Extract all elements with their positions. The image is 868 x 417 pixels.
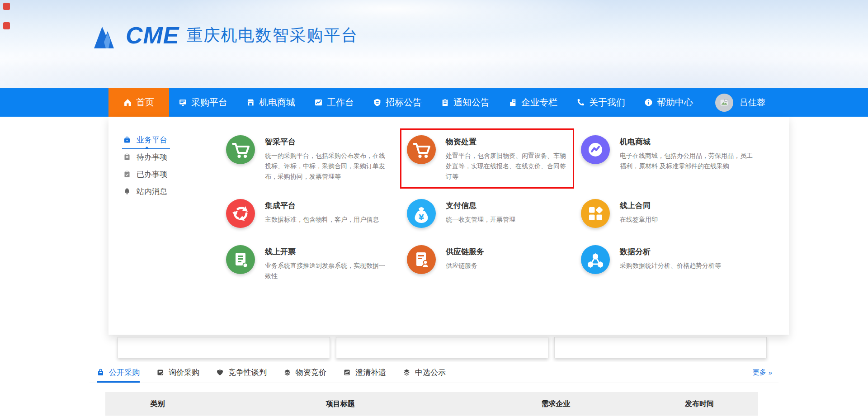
sidebar-item-messages[interactable]: 站内消息 xyxy=(123,186,170,196)
nav-item-home[interactable]: 首页 xyxy=(108,88,169,117)
service-desc: 统一的采购平台，包括采购公布发布，在线投标、评标，中标，采购合同，采购订单发布，… xyxy=(265,151,385,182)
nav-label: 通知公告 xyxy=(453,96,490,109)
tab-winner-announcement[interactable]: 中选公示 xyxy=(403,362,446,383)
sidebar-item-done[interactable]: 已办事项 xyxy=(123,169,170,179)
network-nodes-icon xyxy=(581,245,610,274)
phone-icon xyxy=(576,98,585,107)
user-name: 吕佳蓉 xyxy=(740,97,765,109)
nav-label: 招标公告 xyxy=(386,96,422,109)
workbench-chart-icon xyxy=(314,98,323,107)
nav-item-workbench[interactable]: 工作台 xyxy=(305,88,363,117)
col-publish-time: 发布时间 xyxy=(641,399,758,409)
services-grid: 智采平台 统一的采购平台，包括采购公布发布，在线投标、评标，中标，采购合同，采购… xyxy=(219,128,769,288)
sidebar-item-todo[interactable]: 待办事项 xyxy=(123,152,170,162)
service-desc: 在线签章用印 xyxy=(620,214,756,225)
service-title: 供应链服务 xyxy=(446,246,566,257)
tab-open-procurement[interactable]: 公开采购 xyxy=(97,362,140,383)
service-desc: 主数据标准，包含物料，客户，用户信息 xyxy=(265,214,385,225)
layers-icon xyxy=(283,369,291,376)
invoice-scroll-icon xyxy=(226,245,255,274)
bulletin-table-header: 类别 项目标题 需求企业 发布时间 xyxy=(105,392,758,416)
tab-material-bidding[interactable]: 物资竞价 xyxy=(283,362,326,383)
bell-icon xyxy=(123,188,131,195)
tab-clarification[interactable]: 澄清补遗 xyxy=(343,362,386,383)
logo-text: CME xyxy=(126,22,179,49)
nav-label: 工作台 xyxy=(327,96,354,109)
form-pen-icon xyxy=(156,369,164,376)
nav-item-about[interactable]: 关于我们 xyxy=(567,88,635,117)
corner-marker-icon xyxy=(3,22,10,29)
mountain-logo-icon xyxy=(92,22,121,48)
service-payment-info[interactable]: ¥ 支付信息 统一收支管理，开票管理 xyxy=(400,192,574,235)
service-title: 物资处置 xyxy=(446,137,566,147)
background-card xyxy=(554,337,767,358)
bulletin-section: 公开采购 询价采购 竞争性谈判 物资竞价 澄清补遗 中选公示 更多 » 类别 项… xyxy=(90,362,778,417)
service-data-analysis[interactable]: 数据分析 采购数据统计分析、价格趋势分析等 xyxy=(574,238,769,288)
pulse-circle-icon xyxy=(581,135,610,164)
service-material-disposal[interactable]: 物资处置 处置平台，包含废旧物资、闲置设备、车辆处置等，实现在线报名、在线竞价、… xyxy=(400,128,574,189)
tab-label: 公开采购 xyxy=(109,367,140,378)
service-supply-chain[interactable]: 供应链服务 供应链服务 xyxy=(400,238,574,288)
nav-label: 首页 xyxy=(136,96,154,109)
user-menu[interactable]: 吕佳蓉 xyxy=(715,88,765,117)
store-icon xyxy=(246,98,255,107)
tab-label: 询价采购 xyxy=(169,367,199,378)
service-online-contract[interactable]: 线上合同 在线签章用印 xyxy=(574,192,769,235)
service-online-invoicing[interactable]: 线上开票 业务系统直接推送到发票系统，实现数据一致性 xyxy=(219,238,400,288)
service-title: 支付信息 xyxy=(446,200,566,211)
col-category: 类别 xyxy=(105,399,210,409)
squares-diamond-icon xyxy=(581,199,610,228)
tab-label: 物资竞价 xyxy=(296,367,326,378)
briefcase-icon xyxy=(123,136,131,143)
tab-label: 澄清补遗 xyxy=(355,367,386,378)
shield-badge-icon xyxy=(373,98,382,107)
moneybag-yuan-icon: ¥ xyxy=(407,199,436,228)
service-desc: 采购数据统计分析、价格趋势分析等 xyxy=(620,261,756,271)
monitor-icon xyxy=(179,98,187,107)
stacked-chevrons-icon xyxy=(403,369,410,376)
recycle-icon xyxy=(226,199,255,228)
mega-menu-panel: 业务平台 待办事项 已办事项 站内消息 智采平台 统一的采购平台，包括采购公布发… xyxy=(108,117,789,335)
building-icon xyxy=(509,98,517,107)
tab-competitive-negotiation[interactable]: 竞争性谈判 xyxy=(216,362,267,383)
site-logo[interactable]: CME 重庆机电数智采购平台 xyxy=(92,22,359,49)
nav-label: 采购平台 xyxy=(191,96,227,109)
background-card xyxy=(336,337,548,358)
service-title: 数据分析 xyxy=(620,246,756,257)
document-person-icon xyxy=(407,245,436,274)
panel-sidebar: 业务平台 待办事项 已办事项 站内消息 xyxy=(123,135,170,204)
avatar[interactable] xyxy=(715,94,733,112)
info-icon xyxy=(644,98,653,107)
more-link[interactable]: 更多 » xyxy=(753,368,772,377)
service-title: 线上开票 xyxy=(265,246,385,257)
svg-text:¥: ¥ xyxy=(419,213,424,222)
col-demand-enterprise: 需求企业 xyxy=(471,399,641,409)
cart-icon xyxy=(407,135,436,164)
nav-item-help[interactable]: 帮助中心 xyxy=(635,88,703,117)
broken-image-icon xyxy=(719,98,729,108)
nav-item-notice[interactable]: 通知公告 xyxy=(431,88,499,117)
service-title: 机电商城 xyxy=(620,137,756,147)
nav-label: 企业专栏 xyxy=(521,96,557,109)
nav-item-procurement-platform[interactable]: 采购平台 xyxy=(169,88,237,117)
service-em-mall[interactable]: 机电商城 电子在线商城，包括办公用品，劳保用品，员工福利，原材料 及标准零部件的… xyxy=(574,128,769,189)
main-navbar: 首页 采购平台 机电商城 工作台 招标公告 通知公告 企业专栏 关于我们 帮助中… xyxy=(0,88,868,117)
tab-inquiry-procurement[interactable]: 询价采购 xyxy=(156,362,199,383)
nav-item-enterprise[interactable]: 企业专栏 xyxy=(499,88,567,117)
clipboard-check-icon xyxy=(123,171,131,178)
tab-label: 竞争性谈判 xyxy=(228,367,267,378)
col-project-title: 项目标题 xyxy=(210,399,471,409)
service-title: 集成平台 xyxy=(265,200,385,211)
service-smart-procurement[interactable]: 智采平台 统一的采购平台，包括采购公布发布，在线投标、评标，中标，采购合同，采购… xyxy=(219,128,400,189)
service-title: 智采平台 xyxy=(265,137,385,147)
sidebar-item-business-platform[interactable]: 业务平台 xyxy=(123,135,170,145)
corner-marker-icon xyxy=(3,3,10,10)
nav-item-bid-notice[interactable]: 招标公告 xyxy=(363,88,431,117)
home-icon xyxy=(123,98,132,107)
clipboard-icon xyxy=(441,98,449,107)
service-integration-platform[interactable]: 集成平台 主数据标准，包含物料，客户，用户信息 xyxy=(219,192,400,235)
service-title: 线上合同 xyxy=(620,200,756,211)
service-desc: 统一收支管理，开票管理 xyxy=(446,214,566,225)
nav-item-mall[interactable]: 机电商城 xyxy=(237,88,305,117)
tab-label: 中选公示 xyxy=(415,367,446,378)
